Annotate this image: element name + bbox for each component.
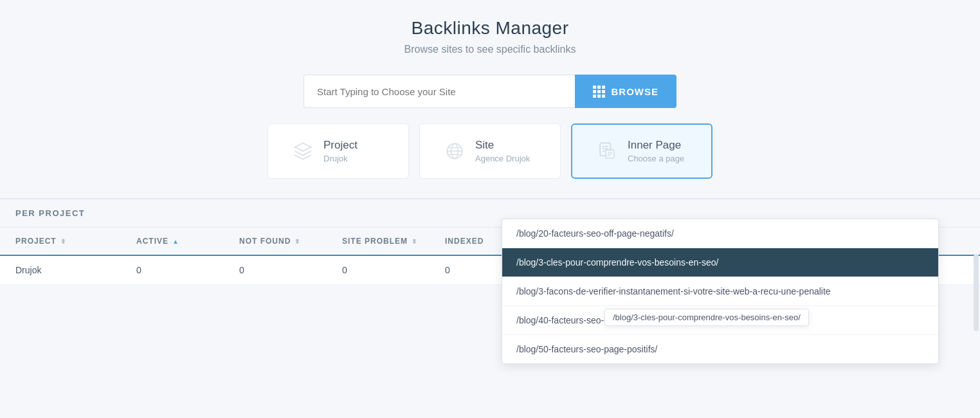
sort-active-icon: ▲ [172,238,179,245]
dropdown-item-5[interactable]: /blog/50-facteurs-seo-page-positifs/ [502,335,938,363]
site-card-sub: Agence Drujok [475,154,530,163]
browse-label: BROWSE [612,86,659,97]
site-card-text: Site Agence Drujok [475,139,530,163]
project-card[interactable]: Project Drujok [268,123,409,179]
project-card-text: Project Drujok [323,139,358,163]
sort-not-found-icon: ⬍ [295,238,300,245]
page-wrapper: Backlinks Manager Browse sites to see sp… [0,0,980,418]
dropdown-item-3[interactable]: /blog/3-facons-de-verifier-instantanemen… [502,277,938,306]
dropdown-item-2-active[interactable]: /blog/3-cles-pour-comprendre-vos-besoins… [502,248,938,277]
page-subtitle: Browse sites to see specific backlinks [0,44,980,55]
path-tooltip: /blog/3-cles-pour-comprendre-vos-besoins… [604,309,809,326]
page-header: Backlinks Manager Browse sites to see sp… [0,0,980,63]
page-title: Backlinks Manager [0,18,980,39]
th-active[interactable]: ACTIVE ▲ [129,228,231,255]
site-card-title: Site [475,139,530,152]
search-input[interactable] [304,75,575,108]
inner-page-card-sub: Choose a page [628,154,684,163]
globe-icon [443,140,466,163]
inner-page-card[interactable]: Inner Page Choose a page [571,123,712,179]
sort-site-problem-icon: ⬍ [412,238,417,245]
grid-icon [593,86,605,98]
inner-page-card-text: Inner Page Choose a page [628,139,684,163]
browse-button[interactable]: BROWSE [575,75,677,108]
svg-marker-0 [295,143,311,151]
td-not-found: 0 [231,256,334,284]
site-card[interactable]: Site Agence Drujok [419,123,561,179]
th-not-found[interactable]: NOT FOUND ⬍ [231,228,334,255]
project-card-sub: Drujok [323,154,358,163]
scrollbar[interactable] [974,254,979,331]
per-project-label: PER PROJECT [15,208,85,218]
layers-icon [291,140,314,163]
search-area: BROWSE [0,75,980,108]
project-card-title: Project [323,139,358,152]
th-project[interactable]: PROJECT ⬍ [0,228,129,255]
dropdown-panel: /blog/20-facteurs-seo-off-page-negatifs/… [502,219,939,364]
cards-row: Project Drujok Site Agence Drujok [0,123,980,179]
dropdown-item-1[interactable]: /blog/20-facteurs-seo-off-page-negatifs/ [502,219,938,248]
search-wrapper: BROWSE [304,75,676,108]
td-site-problem: 0 [334,256,437,284]
sort-project-icon: ⬍ [60,238,66,245]
th-site-problem[interactable]: SITE PROBLEM ⬍ [334,228,437,255]
td-active: 0 [129,256,231,284]
inner-page-card-title: Inner Page [628,139,684,152]
td-project: Drujok [0,256,129,284]
page-icon [595,140,619,163]
